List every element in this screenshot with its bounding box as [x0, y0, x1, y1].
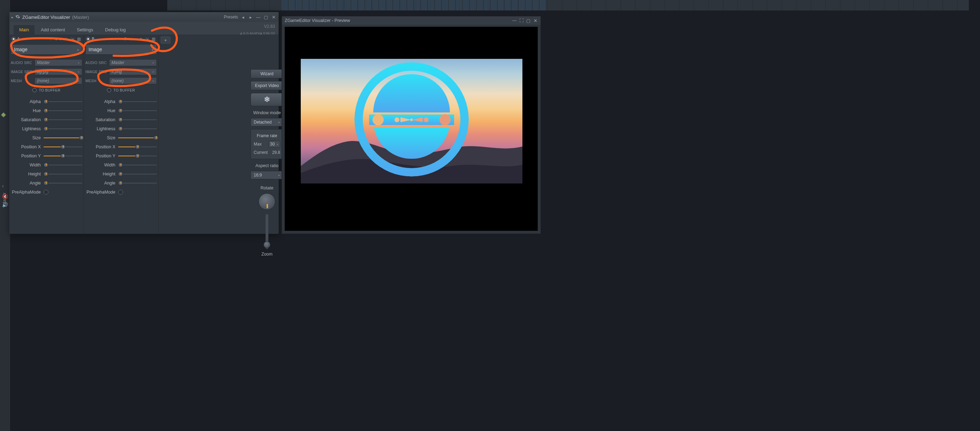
svg-point-6	[395, 117, 399, 122]
chevron-right-icon: ▸	[152, 48, 154, 52]
audio-src-row: AUDIO SRC Master▸	[85, 58, 157, 67]
slider-row-alpha: Alpha	[11, 97, 82, 106]
layer-tool-icon-0[interactable]: ?	[49, 36, 52, 41]
image-src-field[interactable]: bg.jpg▸	[35, 68, 82, 75]
to-buffer-row: TO BUFFER	[11, 85, 82, 95]
slider-hue[interactable]	[118, 108, 157, 114]
export-video-button[interactable]: Export Video	[251, 81, 283, 90]
chevron-left-icon[interactable]: ‹	[2, 183, 4, 189]
slider-saturation[interactable]	[118, 117, 157, 122]
layer-tool-icon-1[interactable]: ◂	[129, 36, 132, 41]
chevron-right-icon: ▸	[153, 61, 154, 64]
to-buffer-label: TO BUFFER	[113, 88, 135, 92]
slider-lightness[interactable]	[118, 126, 157, 132]
maximize-icon[interactable]: ▢	[263, 14, 269, 20]
layer-tool-icon-4[interactable]: ⇲	[70, 36, 75, 41]
freeze-button[interactable]: ❄	[251, 93, 283, 106]
aspect-ratio-dropdown[interactable]: 16:9 ▸	[251, 171, 283, 179]
layer-tool-icon-3[interactable]: ✦	[138, 36, 143, 41]
slider-label: Width	[11, 163, 41, 168]
wizard-button[interactable]: Wizard	[251, 69, 283, 78]
preview-title: ZGameEditor Visualizer - Preview	[285, 18, 350, 23]
rotate-label: Rotate	[261, 185, 274, 190]
rotate-knob[interactable]	[259, 193, 275, 210]
maximize-icon[interactable]: ▢	[526, 18, 531, 23]
layer-tool-icon-2[interactable]: ▸	[134, 36, 137, 41]
image-src-value: fi.png	[111, 69, 122, 74]
slider-row-position-x: Position X	[11, 143, 82, 151]
slider-angle[interactable]	[44, 180, 82, 186]
slider-width[interactable]	[44, 162, 82, 168]
slider-label: Hue	[11, 108, 41, 113]
fullscreen-icon[interactable]: ⛶	[519, 18, 524, 23]
layer-id-label: B	[92, 36, 94, 41]
slider-height[interactable]	[44, 171, 82, 177]
tab-main[interactable]: Main	[14, 25, 35, 35]
to-buffer-radio[interactable]	[32, 88, 37, 92]
mesh-src-field[interactable]: (none)▸	[35, 77, 82, 84]
effect-selector[interactable]: Image▸	[11, 44, 82, 55]
plugin-tab-icon[interactable]	[0, 111, 8, 119]
layer-tool-icon-4[interactable]: ⇲	[145, 36, 150, 41]
layer-header: A ?◂▸✦⇲▦	[11, 35, 82, 43]
prealpha-row: PreAlphaMode	[11, 188, 82, 197]
preset-next-icon[interactable]: ▸	[248, 14, 253, 20]
slider-alpha[interactable]	[44, 99, 82, 105]
image-src-field[interactable]: fi.png▸	[109, 68, 157, 75]
slider-lightness[interactable]	[44, 126, 82, 132]
close-icon[interactable]: ✕	[271, 14, 276, 20]
mute-icon[interactable]: 🔇	[2, 193, 8, 199]
to-buffer-radio[interactable]	[107, 88, 111, 92]
image-src-row: IMAGE SRC fi.png▸	[85, 67, 157, 76]
slider-height[interactable]	[118, 171, 157, 177]
layer-tool-icon-3[interactable]: ✦	[64, 36, 68, 41]
to-buffer-label: TO BUFFER	[39, 88, 60, 92]
minimize-icon[interactable]: —	[255, 14, 261, 20]
slider-position-y[interactable]	[44, 153, 82, 159]
tab-settings[interactable]: Settings	[72, 25, 99, 35]
layer-tool-icon-5[interactable]: ▦	[76, 36, 81, 41]
aspect-ratio-label: Aspect ratio	[255, 163, 278, 168]
slider-row-angle: Angle	[11, 179, 82, 188]
mesh-src-field[interactable]: (none)▸	[109, 77, 157, 84]
slider-position-x[interactable]	[44, 144, 82, 150]
volume-icon[interactable]: 🔊	[2, 202, 8, 208]
max-fps-field[interactable]: 30 ▸	[268, 141, 280, 147]
layer-enable-radio[interactable]	[86, 37, 90, 41]
slider-alpha[interactable]	[118, 99, 157, 105]
minimize-icon[interactable]: —	[512, 18, 517, 23]
zoom-slider[interactable]	[266, 214, 268, 249]
layer-tool-icon-5[interactable]: ▦	[151, 36, 156, 41]
window-mode-dropdown[interactable]: Detached ▸	[251, 118, 283, 127]
close-icon[interactable]: ✕	[533, 18, 538, 23]
slider-row-height: Height	[11, 170, 82, 179]
slider-row-hue: Hue	[11, 106, 82, 115]
layer-enable-radio[interactable]	[11, 37, 16, 41]
slider-row-lightness: Lightness	[11, 124, 82, 133]
prealpha-toggle[interactable]	[44, 190, 48, 195]
slider-position-y[interactable]	[118, 153, 157, 159]
effect-name: Image	[14, 47, 27, 52]
layer-tool-icon-0[interactable]: ?	[123, 36, 127, 41]
effect-selector[interactable]: Image▸	[85, 44, 157, 55]
slider-hue[interactable]	[44, 108, 82, 114]
audio-src-field[interactable]: Master▸	[35, 59, 82, 66]
current-fps-value: 29.8	[272, 150, 280, 155]
layer-tool-icon-1[interactable]: ◂	[54, 36, 57, 41]
tab-add-content[interactable]: Add content	[35, 25, 70, 35]
slider-saturation[interactable]	[44, 117, 82, 122]
gear-icon[interactable]	[15, 14, 20, 20]
slider-position-x[interactable]	[118, 144, 157, 150]
collapse-icon[interactable]: ▸	[11, 15, 13, 19]
audio-src-field[interactable]: Master▸	[109, 59, 157, 66]
prealpha-toggle[interactable]	[118, 190, 123, 195]
slider-size[interactable]	[118, 135, 157, 141]
slider-width[interactable]	[118, 162, 157, 168]
add-layer-button[interactable]: +	[161, 36, 170, 43]
layer-tool-icon-2[interactable]: ▸	[59, 36, 62, 41]
slider-angle[interactable]	[118, 180, 157, 186]
tab-debug-log[interactable]: Debug log	[100, 25, 131, 35]
preset-prev-icon[interactable]: ◂	[240, 14, 246, 20]
mesh-src-row: MESH (none)▸	[85, 76, 157, 85]
slider-size[interactable]	[44, 135, 82, 141]
